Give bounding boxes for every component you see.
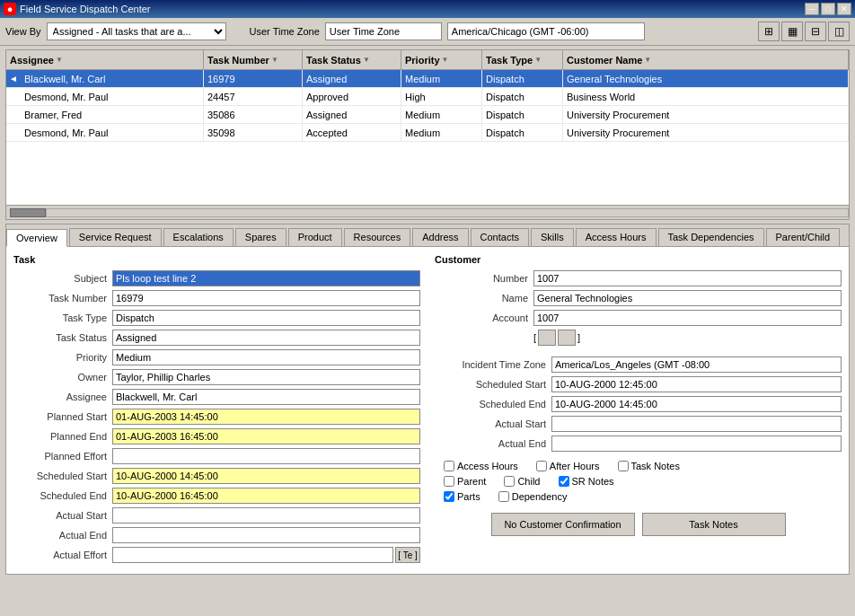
task-number-input[interactable] — [112, 290, 420, 306]
te-button[interactable]: [ Te ] — [395, 547, 420, 563]
account-input[interactable] — [533, 310, 842, 326]
tab-spares[interactable]: Spares — [235, 228, 286, 246]
task-number-label: Task Number — [13, 293, 112, 304]
timezone-label: User Time Zone — [250, 26, 320, 37]
after-hours-checkbox[interactable] — [536, 461, 547, 471]
dependency-checkbox-item: Dependency — [498, 491, 568, 502]
cust-actual-start-input[interactable] — [551, 416, 842, 432]
task-notes-label: Task Notes — [631, 461, 680, 471]
table-row[interactable]: ◄ Blackwell, Mr. Carl 16979 Assigned Med… — [6, 70, 849, 88]
cust-actual-end-input[interactable] — [551, 436, 842, 452]
tab-skills[interactable]: Skills — [531, 228, 574, 246]
assignee-label: Assignee — [13, 392, 112, 402]
col-header-task-number[interactable]: Task Number ▼ — [204, 50, 303, 69]
task-notes-checkbox-item: Task Notes — [618, 461, 680, 471]
scheduled-start-label: Scheduled Start — [13, 471, 112, 481]
tab-parent-child[interactable]: Parent/Child — [766, 228, 841, 246]
table-row[interactable]: Bramer, Fred 35086 Assigned Medium Dispa… — [6, 106, 849, 124]
cell-assignee: Blackwell, Mr. Carl — [21, 70, 204, 87]
scheduled-start-input[interactable] — [112, 468, 420, 484]
tab-address[interactable]: Address — [412, 228, 468, 246]
task-type-input[interactable] — [112, 310, 420, 326]
planned-end-label: Planned End — [13, 431, 112, 442]
child-checkbox[interactable] — [504, 476, 515, 487]
child-checkbox-item: Child — [504, 476, 540, 487]
timezone-input[interactable] — [325, 22, 442, 40]
access-hours-checkbox[interactable] — [444, 461, 454, 471]
priority-label: Priority — [13, 352, 112, 363]
parent-checkbox[interactable] — [444, 476, 454, 487]
task-status-label: Task Status — [13, 332, 112, 343]
minimize-button[interactable]: ─ — [805, 3, 819, 15]
actual-start-label: Actual Start — [13, 510, 112, 521]
tab-access-hours[interactable]: Access Hours — [576, 228, 657, 246]
task-status-input[interactable] — [112, 330, 420, 346]
timezone-value-input[interactable] — [447, 22, 645, 40]
planned-effort-input[interactable] — [112, 448, 420, 464]
customer-name-input[interactable] — [533, 290, 842, 306]
tab-contacts[interactable]: Contacts — [471, 228, 529, 246]
task-notes-checkbox[interactable] — [618, 461, 629, 471]
cell-task-number: 16979 — [204, 70, 303, 87]
col-header-customer-name[interactable]: Customer Name ▼ — [563, 50, 849, 69]
app-icon: ● — [4, 3, 16, 15]
account-btn-2[interactable] — [558, 330, 576, 346]
subject-input[interactable] — [112, 270, 420, 286]
planned-effort-row: Planned Effort — [13, 448, 420, 464]
grid-view-button[interactable]: ⊞ — [758, 22, 780, 41]
export-button[interactable]: ◫ — [828, 22, 850, 41]
account-label: Account — [435, 312, 533, 323]
row-indicator — [6, 124, 21, 141]
row-indicator — [6, 88, 21, 105]
view-by-select[interactable]: Assigned - All tasks that are a... — [47, 22, 226, 40]
col-header-task-status[interactable]: Task Status ▼ — [303, 50, 401, 69]
cell-task-type: Dispatch — [482, 70, 563, 87]
planned-end-input[interactable] — [112, 428, 420, 444]
scheduled-end-input[interactable] — [112, 488, 420, 504]
cust-scheduled-start-input[interactable] — [551, 376, 842, 392]
actual-effort-input[interactable] — [112, 547, 393, 563]
incident-timezone-input[interactable] — [551, 356, 842, 373]
grid-body: ◄ Blackwell, Mr. Carl 16979 Assigned Med… — [6, 70, 849, 205]
sort-arrow: ▼ — [271, 56, 278, 64]
checkbox-area: Access Hours After Hours Task Notes Pare… — [444, 461, 842, 502]
sr-notes-label: SR Notes — [572, 476, 614, 487]
customer-number-input[interactable] — [533, 270, 842, 286]
cell-task-type: Dispatch — [482, 88, 563, 105]
owner-input[interactable] — [112, 369, 420, 385]
bracket-close: ] — [577, 332, 580, 343]
priority-input[interactable] — [112, 349, 420, 365]
col-header-task-type[interactable]: Task Type ▼ — [482, 50, 563, 69]
assignee-input[interactable] — [112, 389, 420, 405]
grid-scrollbar[interactable] — [6, 205, 849, 219]
dependency-label: Dependency — [512, 491, 568, 502]
tab-task-dependencies[interactable]: Task Dependencies — [658, 228, 764, 246]
split-view-button[interactable]: ⊟ — [805, 22, 826, 41]
tab-service-request[interactable]: Service Request — [69, 228, 162, 246]
cell-task-number: 35086 — [204, 106, 303, 123]
parts-checkbox[interactable] — [444, 491, 454, 502]
task-notes-button[interactable]: Task Notes — [642, 513, 786, 536]
scheduled-start-row: Scheduled Start — [13, 468, 420, 484]
table-row[interactable]: Desmond, Mr. Paul 35098 Accepted Medium … — [6, 124, 849, 142]
maximize-button[interactable]: □ — [821, 3, 835, 15]
account-btn-1[interactable] — [538, 330, 556, 346]
tab-product[interactable]: Product — [288, 228, 342, 246]
actual-start-input[interactable] — [112, 507, 420, 524]
table-row[interactable]: Desmond, Mr. Paul 24457 Approved High Di… — [6, 88, 849, 106]
no-customer-confirmation-button[interactable]: No Customer Confirmation — [491, 513, 635, 536]
planned-end-row: Planned End — [13, 428, 420, 444]
sr-notes-checkbox[interactable] — [559, 476, 569, 487]
close-button[interactable]: ✕ — [837, 3, 851, 15]
col-header-priority[interactable]: Priority ▼ — [401, 50, 482, 69]
tab-resources[interactable]: Resources — [344, 228, 411, 246]
col-header-assignee[interactable]: Assignee ▼ — [6, 50, 204, 69]
cust-scheduled-end-input[interactable] — [551, 396, 842, 412]
tab-escalations[interactable]: Escalations — [163, 228, 234, 246]
planned-start-input[interactable] — [112, 409, 420, 425]
tab-overview[interactable]: Overview — [6, 229, 67, 247]
dependency-checkbox[interactable] — [498, 491, 509, 502]
detail-view-button[interactable]: ▦ — [781, 22, 803, 41]
actual-end-input[interactable] — [112, 527, 420, 543]
customer-number-label: Number — [435, 273, 533, 284]
